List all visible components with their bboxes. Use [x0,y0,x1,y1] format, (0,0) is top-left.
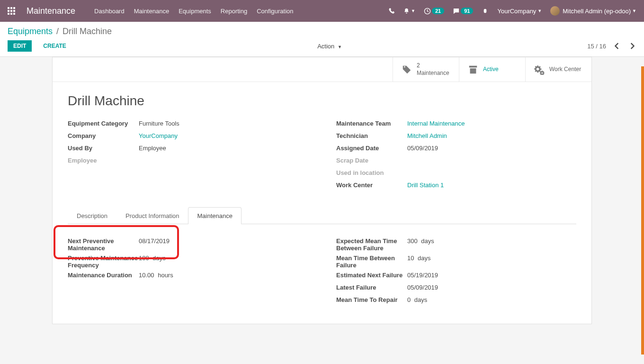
caret-down-icon: ▼ [537,9,542,13]
pager-next[interactable] [628,42,636,50]
caret-down-icon: ▼ [411,9,415,13]
record-title: Drill Machine [68,93,576,109]
value-usedby: Employee [139,145,166,154]
stat-maint-label: Maintenance [417,70,449,77]
label-next-fail: Estimated Next Failure [336,272,407,281]
company-name: YourCompany [497,8,536,15]
unit-duration: hours [158,272,173,279]
caret-down-icon: ▼ [338,45,342,49]
control-panel: Equipments / Drill Machine EDIT CREATE A… [0,22,644,57]
gears-icon [534,64,545,75]
value-mttr: 0 [407,296,411,303]
main-content: 2 Maintenance Active Work Center Drill M… [0,57,644,336]
label-employee: Employee [68,157,139,166]
value-category: Furniture Tools [139,120,179,129]
pager-text[interactable]: 15 / 16 [587,43,606,50]
value-next-fail: 05/19/2019 [407,272,438,281]
unit-pm-freq: days [152,255,165,262]
company-switcher[interactable]: YourCompany ▼ [497,8,542,15]
stat-buttons: 2 Maintenance Active Work Center [53,57,591,82]
label-scrap: Scrap Date [336,157,407,166]
caret-down-icon: ▼ [632,9,636,13]
nav-reporting[interactable]: Reporting [221,8,247,15]
label-next-pm: Next Preventive Maintenance [68,237,139,252]
breadcrumb: Equipments / Drill Machine [8,27,636,36]
label-duration: Maintenance Duration [68,272,139,281]
edit-button[interactable]: EDIT [8,40,32,52]
apps-icon[interactable] [8,7,15,15]
unit-mttr: days [414,296,427,303]
top-nav: Maintenance Dashboard Maintenance Equipm… [0,0,644,22]
label-usedby: Used By [68,145,139,154]
nav-dashboard[interactable]: Dashboard [94,8,125,15]
value-technician[interactable]: Mitchell Admin [407,132,447,139]
maint-col-left: Next Preventive Maintenance 08/17/2019 P… [68,237,308,309]
nav-right: ▼ 21 91 YourCompany ▼ Mitchell Admin (ep… [388,6,636,16]
stat-active-label: Active [483,66,499,73]
breadcrumb-sep: / [56,27,59,36]
user-name: Mitchell Admin (ep-odoo) [563,8,631,15]
action-dropdown[interactable]: Action ▼ [317,43,342,50]
label-expected-mtbf: Expected Mean Time Between Failure [336,237,407,252]
label-pm-freq: Preventive Maintenance Frequency [68,255,139,269]
stat-maint-count: 2 [417,62,449,70]
action-label: Action [317,43,334,50]
phone-icon[interactable] [388,8,395,14]
value-company[interactable]: YourCompany [139,132,178,139]
label-mtbf: Mean Time Between Failure [336,255,407,269]
bell-icon[interactable]: ▼ [403,8,415,14]
value-duration: 10.00 [139,272,154,279]
label-latest-fail: Latest Failure [336,284,407,293]
tabs: Description Product Information Maintena… [68,207,576,224]
value-latest-fail: 05/09/2019 [407,284,438,293]
pager-prev[interactable] [613,42,621,50]
messages-icon[interactable]: 91 [453,8,473,15]
bug-icon[interactable] [482,8,489,15]
value-pm-freq: 100 [139,255,149,262]
field-col-right: Maintenance Team Internal Maintenance Te… [336,120,576,194]
tag-icon [402,64,412,75]
unit-expected-mtbf: days [421,237,434,245]
label-location: Used in location [336,169,407,179]
create-button[interactable]: CREATE [37,40,72,52]
messages-badge: 91 [461,8,473,14]
label-company: Company [68,132,139,142]
nav-equipments[interactable]: Equipments [179,8,211,15]
value-expected-mtbf: 300 [407,237,418,245]
label-technician: Technician [336,132,407,142]
tab-description[interactable]: Description [68,207,116,224]
label-assigned: Assigned Date [336,145,407,154]
tab-maintenance[interactable]: Maintenance [188,207,241,224]
app-title: Maintenance [27,6,75,16]
value-workcenter[interactable]: Drill Station 1 [407,182,444,189]
field-col-left: Equipment Category Furniture Tools Compa… [68,120,308,194]
avatar [550,6,560,16]
stat-active[interactable]: Active [459,57,525,82]
stat-wc-label: Work Center [549,66,581,73]
user-menu[interactable]: Mitchell Admin (ep-odoo) ▼ [550,6,636,16]
form-sheet: 2 Maintenance Active Work Center Drill M… [52,57,592,324]
value-team[interactable]: Internal Maintenance [407,120,465,127]
value-mtbf: 10 [407,255,414,262]
value-next-pm: 08/17/2019 [139,237,170,245]
nav-menu: Dashboard Maintenance Equipments Reporti… [94,8,388,15]
breadcrumb-current: Drill Machine [63,27,112,36]
label-team: Maintenance Team [336,120,407,129]
label-category: Equipment Category [68,120,139,129]
activities-icon[interactable]: 21 [424,8,444,15]
right-edge-bar [641,66,644,336]
nav-configuration[interactable]: Configuration [257,8,293,15]
tab-product-info[interactable]: Product Information [116,207,188,224]
stat-work-center[interactable]: Work Center [525,57,591,82]
tab-content-maintenance: Next Preventive Maintenance 08/17/2019 P… [68,224,576,309]
label-mttr: Mean Time To Repair [336,296,407,306]
activities-badge: 21 [432,8,444,14]
stat-maintenance[interactable]: 2 Maintenance [393,57,459,82]
unit-mtbf: days [418,255,430,262]
maint-col-right: Expected Mean Time Between Failure 300 d… [336,237,576,309]
breadcrumb-parent[interactable]: Equipments [8,27,53,36]
label-workcenter: Work Center [336,182,407,191]
archive-icon [468,64,478,75]
nav-maintenance[interactable]: Maintenance [134,8,169,15]
value-assigned: 05/09/2019 [407,145,438,154]
